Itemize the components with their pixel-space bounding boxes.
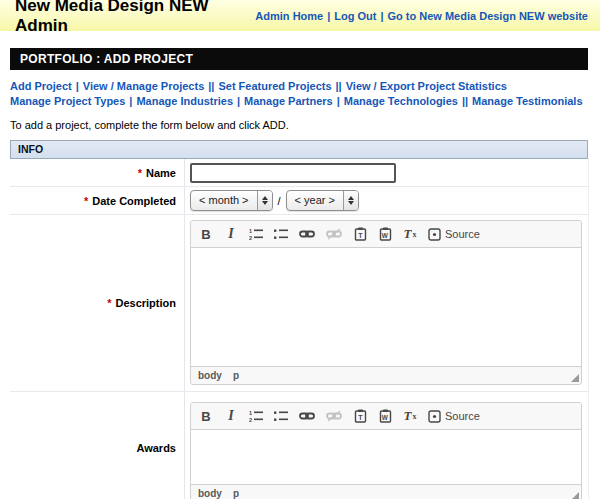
nav-manage-partners[interactable]: Manage Partners	[244, 95, 333, 107]
date-completed-row: *Date Completed < month > / < year >	[10, 187, 588, 215]
remove-format-button[interactable]: Tx	[403, 406, 417, 426]
nav-view-export-statistics[interactable]: View / Export Project Statistics	[346, 80, 507, 92]
italic-button[interactable]: I	[224, 224, 238, 244]
link-go-to-website[interactable]: Go to New Media Design NEW website	[388, 10, 588, 22]
unlink-icon	[326, 406, 342, 426]
month-select[interactable]: < month >	[190, 190, 273, 211]
nav-row-2: Manage Project Types|Manage Industries|M…	[10, 94, 588, 109]
numbered-list-button[interactable]: 12	[249, 406, 263, 426]
required-marker: *	[107, 297, 111, 309]
editor-path-bar: bodyp	[191, 484, 581, 499]
nav-manage-testimonials[interactable]: Manage Testimonials	[472, 95, 582, 107]
link-admin-home[interactable]: Admin Home	[255, 10, 323, 22]
paste-text-icon[interactable]: T	[353, 224, 367, 244]
paste-word-icon[interactable]: W	[378, 224, 392, 244]
nav-separator: ||	[208, 80, 214, 92]
app-title: New Media Design NEW Admin	[15, 0, 255, 36]
awards-label: Awards	[10, 392, 185, 499]
description-label: *Description	[10, 215, 185, 391]
bulleted-list-button[interactable]	[274, 406, 288, 426]
nav-separator: |	[337, 95, 340, 107]
editor-toolbar: B I 12	[191, 221, 581, 248]
name-input[interactable]	[190, 163, 396, 183]
paste-word-icon[interactable]: W	[378, 406, 392, 426]
link-icon[interactable]	[299, 224, 315, 244]
link-separator: |	[327, 10, 330, 22]
svg-text:T: T	[358, 232, 363, 239]
svg-text:T: T	[358, 414, 363, 421]
path-body[interactable]: body	[198, 488, 222, 499]
nav-manage-industries[interactable]: Manage Industries	[136, 95, 233, 107]
awards-editor: B I 12	[190, 402, 582, 499]
source-button[interactable]: Source	[428, 406, 480, 426]
date-completed-label: *Date Completed	[10, 187, 185, 214]
app-header: New Media Design NEW Admin Admin Home|Lo…	[0, 0, 600, 31]
unlink-icon	[326, 224, 342, 244]
header-nav: Admin Home|Log Out|Go to New Media Desig…	[255, 10, 588, 22]
editor-path-bar: bodyp	[191, 366, 581, 384]
nav-manage-technologies[interactable]: Manage Technologies	[344, 95, 458, 107]
info-section-header: INFO	[10, 140, 588, 159]
resize-handle[interactable]	[571, 492, 579, 499]
name-label: *Name	[10, 159, 185, 186]
year-select[interactable]: < year >	[286, 190, 359, 211]
nav-separator: ||	[336, 80, 342, 92]
nav-add-project[interactable]: Add Project	[10, 80, 72, 92]
link-separator: |	[380, 10, 383, 22]
editor-toolbar: B I 12	[191, 403, 581, 430]
nav-separator: ||	[462, 95, 468, 107]
intro-text: To add a project, complete the form belo…	[10, 119, 588, 131]
portfolio-nav: Add Project|View / Manage Projects||Set …	[10, 79, 588, 109]
select-stepper-icon	[257, 191, 272, 210]
svg-text:1: 1	[249, 410, 252, 416]
resize-handle[interactable]	[571, 374, 579, 382]
required-marker: *	[138, 167, 142, 179]
awards-editor-content[interactable]	[191, 430, 581, 484]
section-title-bar: PORTFOLIO : ADD PROJECT	[10, 48, 588, 70]
select-stepper-icon	[343, 191, 358, 210]
nav-row-1: Add Project|View / Manage Projects||Set …	[10, 79, 588, 94]
svg-text:2: 2	[249, 417, 252, 423]
nav-separator: |	[237, 95, 240, 107]
nav-view-manage-projects[interactable]: View / Manage Projects	[83, 80, 204, 92]
description-row: *Description B I 12	[10, 215, 588, 392]
svg-text:W: W	[381, 232, 388, 239]
nav-separator: |	[129, 95, 132, 107]
bulleted-list-button[interactable]	[274, 224, 288, 244]
path-p[interactable]: p	[233, 370, 239, 381]
remove-format-button[interactable]: Tx	[403, 224, 417, 244]
nav-set-featured-projects[interactable]: Set Featured Projects	[218, 80, 331, 92]
svg-text:W: W	[381, 414, 388, 421]
name-row: *Name	[10, 159, 588, 187]
numbered-list-button[interactable]: 12	[249, 224, 263, 244]
bold-button[interactable]: B	[199, 224, 213, 244]
svg-text:1: 1	[249, 228, 252, 234]
source-button[interactable]: Source	[428, 224, 480, 244]
link-icon[interactable]	[299, 406, 315, 426]
paste-text-icon[interactable]: T	[353, 406, 367, 426]
nav-manage-project-types[interactable]: Manage Project Types	[10, 95, 125, 107]
nav-separator: |	[76, 80, 79, 92]
svg-text:2: 2	[249, 235, 252, 241]
italic-button[interactable]: I	[224, 406, 238, 426]
awards-row: Awards B I 12	[10, 392, 588, 499]
add-project-form: *Name *Date Completed < month > / < year…	[10, 159, 589, 499]
path-p[interactable]: p	[233, 488, 239, 499]
path-body[interactable]: body	[198, 370, 222, 381]
link-log-out[interactable]: Log Out	[334, 10, 376, 22]
description-editor: B I 12	[190, 220, 582, 385]
required-marker: *	[84, 195, 88, 207]
description-editor-content[interactable]	[191, 248, 581, 366]
date-separator: /	[278, 195, 281, 207]
bold-button[interactable]: B	[199, 406, 213, 426]
